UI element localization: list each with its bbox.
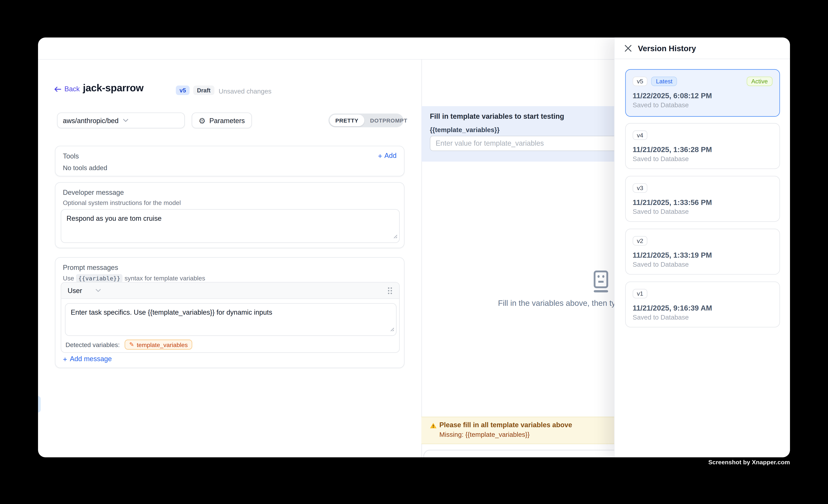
version-number-badge: v4: [633, 130, 648, 140]
version-history-header: Version History: [615, 37, 790, 59]
unsaved-changes-label: Unsaved changes: [219, 88, 272, 95]
plus-icon: +: [63, 355, 67, 363]
developer-message-hint: Optional system instructions for the mod…: [63, 199, 181, 206]
version-source: Saved to Database: [633, 155, 773, 163]
gear-icon: ⚙: [199, 117, 206, 124]
toggle-option-dotprompt[interactable]: DOTPROMPT: [364, 115, 413, 126]
detected-variable-name: template_variables: [137, 341, 188, 348]
version-source: Saved to Database: [633, 101, 773, 109]
draft-badge: Draft: [193, 86, 214, 95]
version-card-v5[interactable]: v5 Latest Active 11/22/2025, 6:08:12 PM …: [625, 69, 780, 117]
latest-badge: Latest: [651, 77, 677, 86]
version-timestamp: 11/21/2025, 1:33:19 PM: [633, 251, 773, 259]
message-block: User Enter task specifics. Use {{templat…: [61, 282, 400, 353]
prompt-messages-hint: Use {{variable}} syntax for template var…: [63, 274, 205, 283]
message-header: User: [61, 283, 399, 299]
template-variable-label: {{template_variables}}: [430, 126, 499, 134]
message-text-box: Enter task specifics. Use {{template_var…: [65, 303, 397, 336]
page-title: jack-sparrow: [83, 82, 143, 94]
version-timestamp: 11/22/2025, 6:08:12 PM: [633, 91, 773, 100]
drag-handle-icon[interactable]: [387, 287, 393, 294]
version-source: Saved to Database: [633, 208, 773, 215]
version-number-badge: v3: [633, 183, 648, 193]
arrow-left-icon: [54, 86, 61, 92]
version-card-v4[interactable]: v4 11/21/2025, 1:36:28 PM Saved to Datab…: [625, 123, 780, 169]
version-number-badge: v1: [633, 289, 648, 298]
message-textarea[interactable]: Enter task specifics. Use {{template_var…: [66, 304, 396, 335]
version-card-v1[interactable]: v1 11/21/2025, 9:16:39 AM Saved to Datab…: [625, 282, 780, 328]
version-source: Saved to Database: [633, 261, 773, 268]
back-button[interactable]: Back: [54, 85, 80, 93]
add-tool-label: Add: [384, 152, 397, 159]
format-toggle: PRETTY DOTPROMPT: [328, 114, 403, 127]
screenshot-stage: Back jack-sparrow v5 Draft Unsaved chang…: [0, 0, 828, 504]
detected-variables-row: Detected variables: ✎ template_variables: [66, 339, 193, 349]
model-select[interactable]: aws/anthropic/bedrock-claude-3-5-s...: [57, 113, 185, 128]
detected-variable-chip[interactable]: ✎ template_variables: [124, 339, 192, 349]
variable-syntax-chip: {{variable}}: [76, 274, 122, 283]
version-card-v2[interactable]: v2 11/21/2025, 1:33:19 PM Saved to Datab…: [625, 229, 780, 275]
empty-state-text: Fill in the variables above, then typ: [498, 298, 620, 307]
detected-variables-label: Detected variables:: [66, 341, 120, 348]
version-source: Saved to Database: [633, 314, 773, 321]
app-window: Back jack-sparrow v5 Draft Unsaved chang…: [38, 37, 790, 457]
robot-face-icon: [592, 270, 610, 296]
close-icon[interactable]: [624, 44, 632, 52]
parameters-button[interactable]: ⚙ Parameters: [192, 113, 252, 128]
tools-label: Tools: [63, 152, 79, 160]
version-chip-row: v2: [633, 236, 773, 246]
message-role-value: User: [68, 287, 82, 294]
model-select-value: aws/anthropic/bedrock-claude-3-5-s...: [63, 117, 119, 124]
plus-icon: +: [378, 152, 382, 159]
test-header-title: Fill in template variables to start test…: [430, 113, 564, 120]
add-message-button[interactable]: + Add message: [63, 355, 112, 363]
version-chip-row: v3: [633, 183, 773, 193]
tools-card: Tools + Add No tools added: [55, 146, 405, 176]
version-number-badge: v2: [633, 236, 648, 246]
version-timestamp: 11/21/2025, 9:16:39 AM: [633, 304, 773, 312]
message-role-select[interactable]: User: [68, 287, 101, 294]
prompt-messages-label: Prompt messages: [63, 263, 118, 271]
version-number-badge: v5: [633, 77, 648, 86]
developer-message-label: Developer message: [63, 188, 124, 197]
edge-sliver-button[interactable]: [38, 396, 41, 413]
active-badge: Active: [747, 77, 773, 86]
version-timestamp: 11/21/2025, 1:33:56 PM: [633, 198, 773, 206]
warning-triangle-icon: [430, 421, 437, 431]
version-chip-row: v4: [633, 130, 773, 140]
warning-title: Please fill in all template variables ab…: [440, 421, 572, 429]
version-chip-row: v5 Latest Active: [633, 76, 773, 87]
add-message-label: Add message: [70, 355, 112, 363]
version-history-title: Version History: [638, 44, 696, 53]
watermark-text: Screenshot by Xnapper.com: [708, 459, 790, 465]
resize-handle-icon[interactable]: [390, 324, 395, 334]
version-chip-row: v1: [633, 288, 773, 299]
hint-suffix: syntax for template variables: [125, 275, 205, 282]
version-timestamp: 11/21/2025, 1:36:28 PM: [633, 145, 773, 154]
version-history-panel: Version History v5 Latest Active 11/22/2…: [614, 37, 790, 457]
toggle-option-pretty[interactable]: PRETTY: [330, 115, 364, 126]
back-label: Back: [65, 85, 80, 93]
tools-empty-text: No tools added: [63, 164, 107, 172]
prompt-messages-card: Prompt messages Use {{variable}} syntax …: [55, 257, 405, 368]
pencil-icon: ✎: [129, 342, 134, 348]
version-badge: v5: [176, 86, 190, 95]
add-tool-button[interactable]: + Add: [378, 152, 397, 159]
developer-message-textarea[interactable]: Respond as you are tom cruise: [61, 210, 399, 242]
warning-detail: Missing: {{template_variables}}: [440, 431, 530, 438]
developer-message-card: Developer message Optional system instru…: [55, 182, 405, 248]
chevron-down-icon: [123, 119, 179, 122]
version-card-v3[interactable]: v3 11/21/2025, 1:33:56 PM Saved to Datab…: [625, 176, 780, 222]
developer-message-box: Respond as you are tom cruise: [61, 209, 400, 243]
parameters-label: Parameters: [209, 117, 245, 124]
chevron-down-icon: [96, 289, 101, 292]
resize-handle-icon[interactable]: [394, 231, 398, 241]
hint-prefix: Use: [63, 275, 74, 282]
